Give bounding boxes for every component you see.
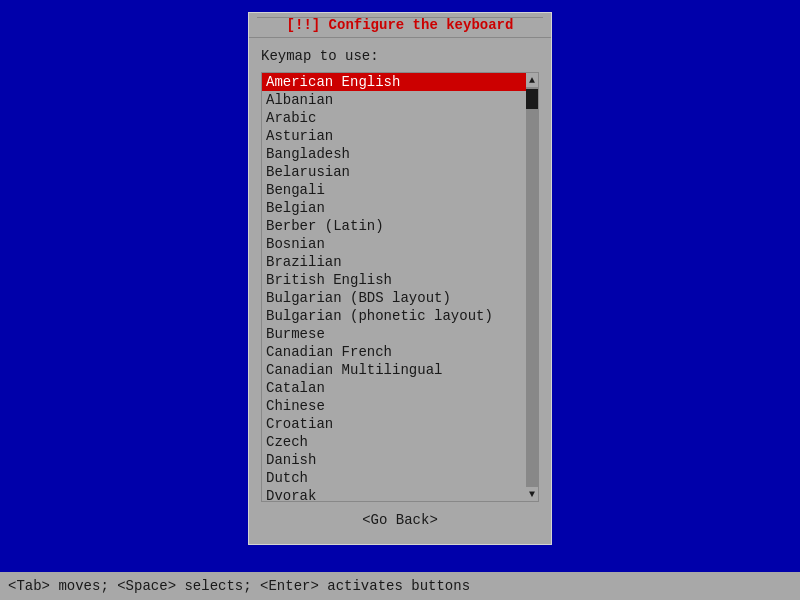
list-item[interactable]: Bangladesh	[262, 145, 526, 163]
scrollbar-thumb	[526, 89, 538, 109]
list-item[interactable]: Chinese	[262, 397, 526, 415]
keymap-list-container: American EnglishAlbanianArabicAsturianBa…	[261, 72, 539, 502]
status-text: <Tab> moves; <Space> selects; <Enter> ac…	[8, 578, 470, 594]
list-item[interactable]: Burmese	[262, 325, 526, 343]
list-item[interactable]: Berber (Latin)	[262, 217, 526, 235]
list-item[interactable]: Bosnian	[262, 235, 526, 253]
scrollbar: ▲ ▼	[526, 73, 538, 501]
status-bar: <Tab> moves; <Space> selects; <Enter> ac…	[0, 572, 800, 600]
list-item[interactable]: Danish	[262, 451, 526, 469]
dialog-title: [!!] Configure the keyboard	[287, 17, 514, 33]
keymap-label: Keymap to use:	[261, 48, 539, 64]
list-item[interactable]: Canadian French	[262, 343, 526, 361]
list-item[interactable]: Canadian Multilingual	[262, 361, 526, 379]
go-back-button[interactable]: <Go Back>	[362, 512, 438, 528]
scrollbar-down-arrow[interactable]: ▼	[526, 487, 538, 501]
list-item[interactable]: Arabic	[262, 109, 526, 127]
go-back-row: <Go Back>	[261, 512, 539, 528]
list-item[interactable]: Croatian	[262, 415, 526, 433]
list-item[interactable]: American English	[262, 73, 526, 91]
list-item[interactable]: Catalan	[262, 379, 526, 397]
list-item[interactable]: Asturian	[262, 127, 526, 145]
list-item[interactable]: British English	[262, 271, 526, 289]
list-item[interactable]: Belarusian	[262, 163, 526, 181]
list-item[interactable]: Dvorak	[262, 487, 526, 501]
configure-keyboard-dialog: [!!] Configure the keyboard Keymap to us…	[248, 12, 552, 545]
list-item[interactable]: Bengali	[262, 181, 526, 199]
list-item[interactable]: Dutch	[262, 469, 526, 487]
list-item[interactable]: Czech	[262, 433, 526, 451]
scrollbar-up-arrow[interactable]: ▲	[526, 73, 538, 87]
list-item[interactable]: Bulgarian (phonetic layout)	[262, 307, 526, 325]
keymap-list[interactable]: American EnglishAlbanianArabicAsturianBa…	[262, 73, 526, 501]
dialog-title-bar: [!!] Configure the keyboard	[249, 13, 551, 38]
list-item[interactable]: Belgian	[262, 199, 526, 217]
list-item[interactable]: Brazilian	[262, 253, 526, 271]
dialog-body: Keymap to use: American EnglishAlbanianA…	[249, 38, 551, 544]
list-item[interactable]: Bulgarian (BDS layout)	[262, 289, 526, 307]
scrollbar-track	[526, 87, 538, 487]
list-item[interactable]: Albanian	[262, 91, 526, 109]
